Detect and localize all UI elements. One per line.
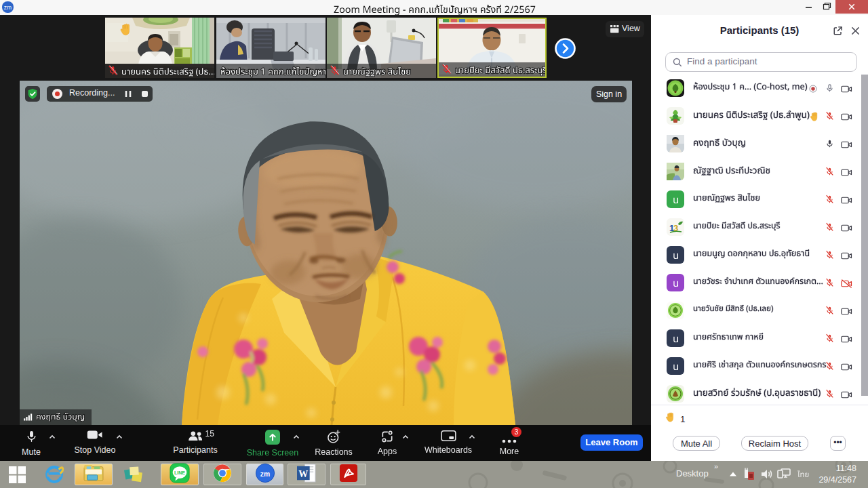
svg-text:zm: zm	[260, 470, 269, 478]
svg-text:zm: zm	[4, 4, 12, 11]
svg-text:W: W	[298, 469, 308, 479]
svg-text:LINE: LINE	[174, 470, 185, 475]
